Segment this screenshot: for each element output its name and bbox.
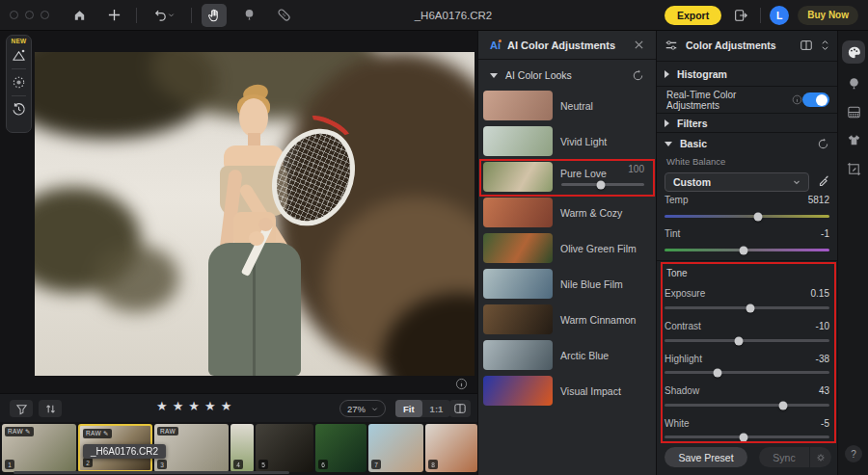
- look-item-arctic-blue[interactable]: Arctic Blue: [478, 340, 656, 370]
- filmstrip-thumbnail[interactable]: 5: [256, 424, 313, 472]
- slider-handle[interactable]: [740, 433, 748, 441]
- slider-handle[interactable]: [597, 180, 606, 189]
- look-amount-slider[interactable]: [561, 183, 644, 186]
- slider-handle[interactable]: [734, 336, 743, 345]
- sync-settings-button[interactable]: [810, 447, 831, 467]
- top-toolbar: _H6A0176.CR2 Export L Buy Now: [0, 0, 868, 31]
- filmstrip-thumbnail[interactable]: 8: [425, 424, 477, 472]
- star-icon[interactable]: ★: [221, 399, 237, 413]
- brush-tool-button[interactable]: [8, 71, 30, 93]
- wardrobe-tools-button[interactable]: [842, 128, 865, 151]
- color-tools-button[interactable]: [842, 40, 865, 64]
- composition-tools-button[interactable]: [842, 157, 865, 180]
- filter-button[interactable]: [10, 400, 33, 417]
- thumbnail-index: 1: [5, 460, 14, 469]
- highlight-slider[interactable]: [665, 371, 829, 374]
- look-item-nile-blue-film[interactable]: Nile Blue Film: [478, 269, 656, 299]
- look-thumbnail[interactable]: [483, 233, 553, 263]
- contrast-slider[interactable]: [665, 339, 829, 342]
- user-avatar[interactable]: L: [770, 6, 789, 25]
- star-icon[interactable]: ★: [188, 399, 204, 413]
- look-item-visual-impact[interactable]: Visual Impact: [478, 376, 656, 406]
- look-item-vivid-light[interactable]: Vivid Light: [478, 126, 656, 156]
- filmstrip-thumbnail[interactable]: 4: [231, 424, 254, 472]
- eraser-tool-button[interactable]: [236, 4, 261, 27]
- white-balance-dropdown[interactable]: Custom: [665, 172, 809, 192]
- eyedropper-button[interactable]: [817, 175, 830, 189]
- highlight-slider-row: Highlight -38: [665, 354, 829, 364]
- actual-size-button[interactable]: 1:1: [422, 400, 451, 417]
- look-item-warm-cozy[interactable]: Warm & Cozy: [478, 198, 656, 227]
- slider-handle[interactable]: [746, 303, 754, 312]
- panel-layout-button[interactable]: [800, 39, 813, 52]
- look-thumbnail[interactable]: [483, 269, 553, 299]
- realtime-toggle[interactable]: [802, 92, 829, 107]
- look-thumbnail[interactable]: [483, 91, 553, 120]
- home-button[interactable]: [67, 4, 92, 27]
- buy-now-button[interactable]: Buy Now: [798, 6, 858, 25]
- save-preset-button[interactable]: Save Preset: [665, 447, 747, 467]
- look-item-neutral[interactable]: Neutral: [478, 91, 656, 120]
- filmstrip-thumbnail[interactable]: RAW ✎ 1: [2, 424, 76, 472]
- slider-handle[interactable]: [713, 368, 721, 377]
- look-thumbnail[interactable]: [483, 126, 553, 156]
- add-photos-button[interactable]: [101, 4, 126, 27]
- section-label: AI Color Looks: [505, 69, 572, 81]
- photo-canvas[interactable]: [35, 52, 475, 376]
- star-icon[interactable]: ★: [156, 399, 173, 413]
- window-zoom-button[interactable]: [41, 11, 49, 19]
- star-icon[interactable]: ★: [204, 399, 221, 413]
- look-item-warm-cinnamon[interactable]: Warm Cinnamon: [478, 304, 656, 334]
- look-item-pure-love[interactable]: Pure Love 100: [478, 162, 656, 192]
- tint-slider[interactable]: [665, 249, 829, 251]
- image-info-button[interactable]: [455, 378, 468, 390]
- close-panel-button[interactable]: [634, 40, 644, 50]
- help-button[interactable]: ?: [845, 445, 862, 462]
- look-thumbnail[interactable]: [483, 162, 553, 192]
- zoom-level-dropdown[interactable]: 27%: [339, 400, 386, 417]
- thumbnail-index: 2: [83, 458, 93, 467]
- hand-tool-button[interactable]: [202, 4, 227, 27]
- exposure-slider[interactable]: [665, 306, 829, 309]
- look-item-olive-green-film[interactable]: Olive Green Film: [478, 233, 656, 263]
- healing-tool-button[interactable]: [271, 4, 296, 27]
- export-button[interactable]: Export: [665, 6, 721, 25]
- slider-handle[interactable]: [779, 401, 788, 409]
- star-icon[interactable]: ★: [173, 399, 189, 413]
- reset-basic-button[interactable]: [817, 138, 829, 150]
- filmstrip-scrollbar[interactable]: [14, 471, 289, 474]
- shadow-slider[interactable]: [665, 404, 829, 407]
- export-panel-button[interactable]: [730, 4, 751, 27]
- window-minimize-button[interactable]: [25, 11, 34, 19]
- fit-button[interactable]: Fit: [395, 400, 422, 417]
- look-thumbnail[interactable]: [483, 340, 553, 370]
- reset-looks-button[interactable]: [632, 69, 644, 82]
- slider-handle[interactable]: [754, 212, 763, 221]
- histogram-section[interactable]: Histogram: [665, 62, 829, 86]
- bandaid-icon: [276, 7, 292, 23]
- filmstrip-thumbnail[interactable]: 6: [315, 424, 366, 472]
- history-button[interactable]: [8, 98, 30, 120]
- retouch-tools-button[interactable]: [842, 71, 865, 94]
- undo-button[interactable]: [147, 4, 181, 27]
- look-thumbnail[interactable]: [483, 198, 553, 227]
- filters-section[interactable]: Filters: [665, 114, 829, 132]
- basic-section[interactable]: Basic: [665, 133, 829, 154]
- white-slider-row: White -5: [665, 418, 829, 429]
- look-thumbnail[interactable]: [483, 304, 553, 334]
- slider-handle[interactable]: [740, 246, 748, 254]
- star-rating[interactable]: ★★★★★: [156, 399, 236, 413]
- compare-view-button[interactable]: [449, 400, 471, 417]
- sort-button[interactable]: [39, 400, 62, 417]
- collapse-all-button[interactable]: [821, 39, 829, 52]
- realtime-adjustments-row: Real-Time Color Adjustments: [665, 87, 829, 113]
- lut-mapping-button[interactable]: [842, 100, 865, 123]
- sync-button[interactable]: Sync: [759, 447, 809, 467]
- white-slider[interactable]: [665, 435, 829, 438]
- ai-tool-button[interactable]: [8, 44, 30, 66]
- ai-color-looks-section[interactable]: AI Color Looks: [478, 64, 656, 87]
- window-close-button[interactable]: [10, 11, 18, 19]
- temp-slider[interactable]: [665, 215, 829, 218]
- filmstrip-thumbnail[interactable]: 7: [368, 424, 423, 472]
- look-thumbnail[interactable]: [483, 376, 553, 406]
